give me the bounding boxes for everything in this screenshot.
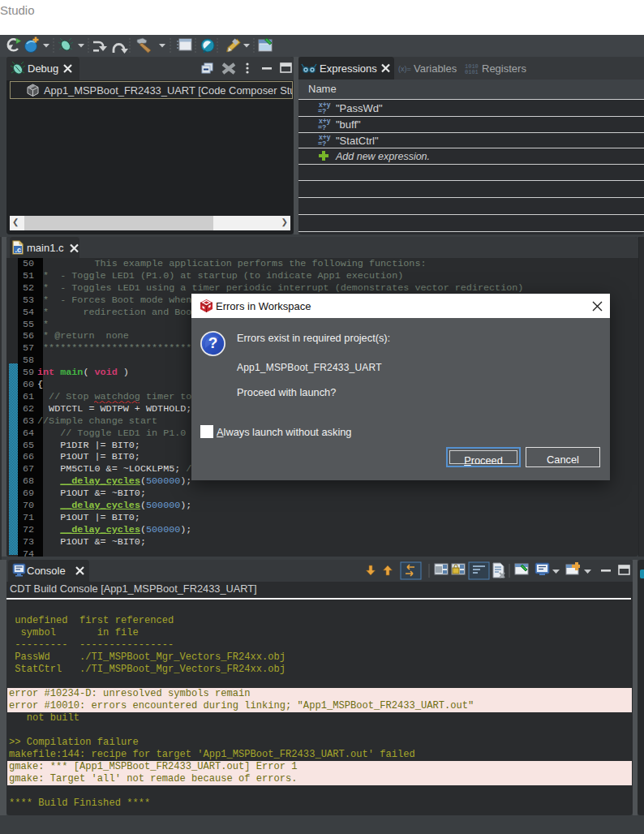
svg-text:0101: 0101 — [465, 69, 479, 75]
svg-text:Variables: Variables — [414, 62, 457, 75]
svg-text:=?: =? — [318, 123, 326, 131]
svg-text:Expressions: Expressions — [320, 62, 377, 75]
svg-text:.c: .c — [15, 246, 22, 254]
svg-text:Console: Console — [27, 565, 66, 577]
svg-text:Debug: Debug — [28, 62, 58, 75]
svg-text:=?: =? — [318, 107, 326, 115]
svg-text:main1.c: main1.c — [27, 242, 64, 254]
svg-text:?: ? — [208, 334, 218, 351]
svg-text:Registers: Registers — [482, 62, 526, 75]
svg-text:(x)=: (x)= — [398, 65, 411, 73]
svg-text:=?: =? — [318, 140, 326, 148]
